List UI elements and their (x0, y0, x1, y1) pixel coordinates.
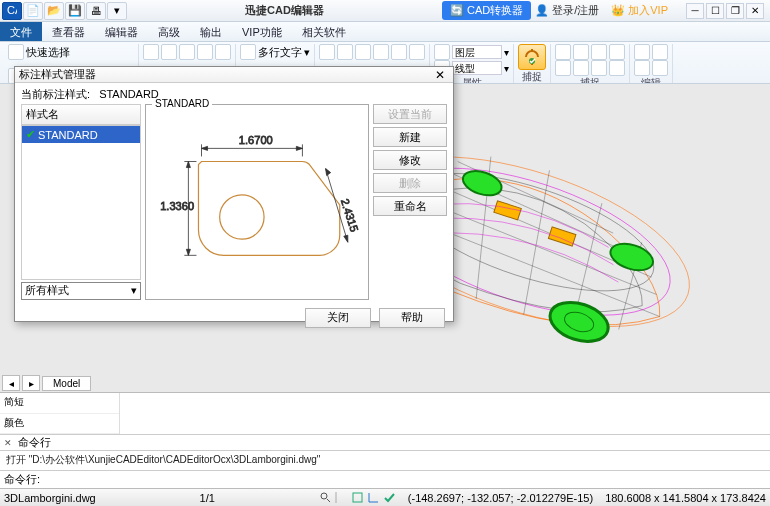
rotate-icon[interactable] (355, 44, 371, 60)
dim-right: 2.4315 (339, 197, 361, 233)
help-button[interactable]: 帮助 (379, 308, 445, 328)
paste-icon[interactable] (652, 60, 668, 76)
status-size: 180.6008 x 141.5804 x 173.8424 (605, 492, 766, 504)
status-zoom-icon[interactable] (319, 491, 332, 504)
scale-icon[interactable] (391, 44, 407, 60)
quad-icon[interactable] (555, 60, 571, 76)
node-icon[interactable] (609, 44, 625, 60)
tab-advanced[interactable]: 高级 (148, 22, 190, 41)
panel-tab-2[interactable]: 颜色 (0, 414, 119, 435)
current-style-value: STANDARD (99, 88, 159, 100)
style-item-standard[interactable]: ✔ STANDARD (22, 126, 140, 143)
current-style-label: 当前标注样式: (21, 88, 90, 100)
modify-button[interactable]: 修改 (373, 150, 447, 170)
group-osnap: 捕捉 (551, 44, 630, 84)
command-history: 打开 "D:\办公软件\XunjieCADEditor\CADEditorOcx… (0, 451, 770, 470)
tab-related[interactable]: 相关软件 (292, 22, 356, 41)
maximize-icon[interactable]: ☐ (706, 3, 724, 19)
style-preview: STANDARD 1.6700 1.3360 (145, 104, 369, 300)
style-filter-combo[interactable]: 所有样式 ▾ (21, 282, 141, 300)
layout-tabs: ◂ ▸ Model (2, 374, 91, 392)
delete-button: 删除 (373, 173, 447, 193)
tan-icon[interactable] (609, 60, 625, 76)
style-list: 样式名 ✔ STANDARD 所有样式 ▾ (21, 104, 141, 300)
open-icon[interactable]: 📂 (44, 2, 64, 20)
login-button[interactable]: 👤登录/注册 (535, 3, 599, 18)
layer-icon[interactable] (434, 44, 450, 60)
check-icon: ✔ (26, 128, 35, 141)
panel-close-icon[interactable]: ✕ (4, 438, 14, 448)
circle-icon[interactable] (179, 44, 195, 60)
dim-left: 1.3360 (160, 200, 194, 212)
redo-icon[interactable] (652, 44, 668, 60)
crown-icon: 👑 (611, 4, 625, 17)
int-icon[interactable] (573, 60, 589, 76)
close-button[interactable]: 关闭 (305, 308, 371, 328)
group-edit: 编辑 (630, 44, 673, 84)
tab-prev-icon[interactable]: ◂ (2, 375, 20, 391)
copy-icon[interactable] (337, 44, 353, 60)
dim-top: 1.6700 (239, 134, 273, 146)
svg-rect-27 (353, 493, 362, 502)
status-bar: 3DLamborgini.dwg 1/1 (-148.2697; -132.05… (0, 488, 770, 506)
tab-vip[interactable]: VIP功能 (232, 22, 292, 41)
svg-marker-35 (186, 161, 190, 167)
rect-icon[interactable] (215, 44, 231, 60)
panel-tab-1[interactable]: 简短 (0, 393, 119, 414)
ribbon-tabs: 文件 查看器 编辑器 高级 输出 VIP功能 相关软件 (0, 22, 770, 42)
app-menu-button[interactable]: CAD (2, 2, 22, 20)
mid-icon[interactable] (573, 44, 589, 60)
svg-marker-30 (202, 146, 208, 150)
style-list-header: 样式名 (21, 104, 141, 125)
tab-output[interactable]: 输出 (190, 22, 232, 41)
minimize-icon[interactable]: ─ (686, 3, 704, 19)
svg-line-25 (327, 499, 330, 502)
status-ortho-icon[interactable] (367, 491, 380, 504)
status-snap-icon[interactable] (351, 491, 364, 504)
restore-icon[interactable]: ❐ (726, 3, 744, 19)
vip-button[interactable]: 👑加入VIP (603, 1, 676, 20)
new-button[interactable]: 新建 (373, 127, 447, 147)
cursor-icon[interactable] (8, 44, 24, 60)
tab-viewer[interactable]: 查看器 (42, 22, 95, 41)
save-icon[interactable]: 💾 (65, 2, 85, 20)
panel-title: 命令行 (18, 435, 51, 450)
trim-icon[interactable] (409, 44, 425, 60)
new-icon[interactable]: 📄 (23, 2, 43, 20)
command-input[interactable]: 命令行: (0, 470, 770, 488)
dialog-close-icon[interactable]: ✕ (431, 68, 449, 82)
model-tab[interactable]: Model (42, 376, 91, 391)
rename-button[interactable]: 重命名 (373, 196, 447, 216)
status-check-icon[interactable] (383, 491, 396, 504)
perp-icon[interactable] (591, 60, 607, 76)
status-page: 1/1 (108, 492, 307, 504)
tab-next-icon[interactable]: ▸ (22, 375, 40, 391)
snap-button[interactable] (518, 44, 546, 70)
end-icon[interactable] (555, 44, 571, 60)
cut-icon[interactable] (634, 60, 650, 76)
print-icon[interactable]: 🖶 (86, 2, 106, 20)
dialog-buttons: 设置当前 新建 修改 删除 重命名 (373, 104, 447, 300)
svg-point-24 (321, 493, 327, 499)
quick-access-toolbar: CAD 📄 📂 💾 🖶 ▾ (0, 2, 127, 20)
move-icon[interactable] (319, 44, 335, 60)
line-icon[interactable] (143, 44, 159, 60)
cad-convert-button[interactable]: 🔄CAD转换器 (442, 1, 531, 20)
tab-file[interactable]: 文件 (0, 22, 42, 41)
layer-combo[interactable]: 图层 (452, 45, 502, 59)
dialog-title: 标注样式管理器 (19, 67, 96, 82)
polyline-icon[interactable] (161, 44, 177, 60)
status-sep-icon (335, 491, 348, 504)
svg-point-28 (220, 195, 264, 239)
tab-editor[interactable]: 编辑器 (95, 22, 148, 41)
undo-icon[interactable] (634, 44, 650, 60)
text-icon[interactable] (240, 44, 256, 60)
style-list-body[interactable]: ✔ STANDARD (21, 125, 141, 280)
linetype-combo[interactable]: 线型 (452, 61, 502, 75)
close-icon[interactable]: ✕ (746, 3, 764, 19)
dropdown-icon[interactable]: ▾ (107, 2, 127, 20)
convert-icon: 🔄 (450, 4, 464, 17)
cen-icon[interactable] (591, 44, 607, 60)
mirror-icon[interactable] (373, 44, 389, 60)
arc-icon[interactable] (197, 44, 213, 60)
